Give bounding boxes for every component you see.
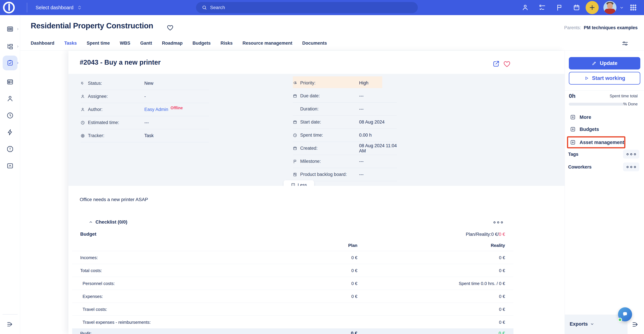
flag-icon[interactable] [556, 4, 563, 11]
flag-icon [293, 159, 297, 164]
row-reality-value: 0 € [499, 255, 505, 260]
chevron-down-icon [78, 8, 81, 10]
more-section-toggle[interactable]: More [570, 114, 591, 120]
tab-gantt[interactable]: Gantt [140, 40, 152, 46]
target-icon [80, 134, 85, 138]
field-value-assignee[interactable]: - [144, 94, 146, 99]
chevron-right-icon[interactable] [16, 27, 20, 31]
dashboard-selector[interactable]: Select dashboard [36, 0, 81, 15]
update-button[interactable]: Update [569, 57, 640, 70]
tab-resource-management[interactable]: Resource management [242, 40, 292, 46]
tab-roadmap[interactable]: Roadmap [162, 40, 182, 46]
chat-online-dot [618, 318, 622, 322]
calendar-icon[interactable] [573, 4, 580, 11]
dashboard-selector-label: Select dashboard [36, 5, 74, 10]
field-value-duration[interactable]: --- [359, 106, 364, 112]
tab-tasks[interactable]: Tasks [64, 40, 77, 46]
tab-documents[interactable]: Documents [302, 40, 327, 46]
favorite-task-heart-icon[interactable] [503, 60, 511, 68]
dashboard-selector-chevrons [78, 5, 81, 10]
task-header: #2043 - Buy a new printer [68, 51, 565, 74]
field-row-estimated-time: Estimated time: --- [80, 116, 209, 129]
field-value-created: 08 Aug 2024 11:04 AM [359, 143, 397, 154]
app-logo[interactable] [3, 2, 15, 14]
budgets-section-toggle[interactable]: Budgets [570, 126, 599, 132]
tab-dashboard[interactable]: Dashboard [31, 40, 54, 46]
checklist-toggle[interactable]: Checklist (0/0) [88, 219, 127, 225]
exports-dropdown[interactable]: Exports [570, 321, 594, 327]
field-label: Due date: [300, 93, 320, 98]
tasks-icon[interactable] [6, 59, 14, 67]
start-working-button[interactable]: Start working [569, 72, 640, 84]
percent-done-bar [569, 103, 624, 106]
releases-icon[interactable] [6, 162, 14, 170]
play-icon [584, 76, 589, 81]
field-value-estimated-time[interactable]: --- [144, 120, 149, 125]
chevron-down-icon[interactable] [620, 6, 624, 10]
field-row-duration: Duration: --- [293, 102, 397, 116]
parents-link[interactable]: PM techniques examples [584, 25, 638, 30]
search-input[interactable]: Search [196, 2, 418, 13]
field-value-product-backlog-board[interactable]: --- [359, 172, 364, 177]
field-value-milestone[interactable]: --- [359, 159, 364, 164]
field-row-start-date: Start date: 08 Aug 2024 [293, 116, 397, 129]
row-label: Total costs: [80, 268, 102, 273]
open-in-new-icon[interactable] [492, 60, 500, 68]
favorite-heart-icon[interactable] [166, 24, 174, 31]
field-row-milestone: Milestone: --- [293, 155, 397, 168]
view-settings-icon[interactable] [622, 40, 628, 47]
topbar: Select dashboard Search [0, 0, 644, 15]
project-header: Residential Property Construction Parent… [20, 15, 644, 51]
tab-risks[interactable]: Risks [220, 40, 232, 46]
row-plan-value: 0 € [351, 331, 358, 334]
field-value-priority[interactable]: High [359, 80, 368, 86]
topbar-divider [27, 3, 27, 12]
field-value-status[interactable]: New [144, 81, 153, 86]
quick-add-button[interactable] [586, 1, 599, 14]
pencil-icon [592, 61, 597, 66]
user-icon[interactable] [6, 95, 14, 102]
author-link[interactable]: Easy Admin [144, 107, 168, 112]
tab-wbs[interactable]: WBS [120, 40, 130, 46]
field-label: Duration: [300, 106, 319, 112]
chevron-right-icon[interactable] [16, 61, 20, 64]
alerts-icon[interactable] [6, 145, 14, 153]
field-value-start-date[interactable]: 08 Aug 2024 [359, 120, 384, 125]
dashboard-icon[interactable] [6, 25, 14, 33]
coworkers-label: Coworkers [568, 164, 592, 170]
quick-actions-icon[interactable] [6, 128, 14, 136]
field-value-spent-time[interactable]: 0.00 h [359, 132, 372, 138]
checklist-icon[interactable] [538, 4, 546, 11]
field-value-due-date[interactable]: --- [359, 93, 364, 98]
table-row-total-costs: Total costs: 0 € 0 € [72, 264, 514, 277]
coworkers-more-button[interactable] [623, 162, 639, 171]
field-value-tracker[interactable]: Task [144, 133, 154, 138]
tags-more-button[interactable] [623, 150, 639, 158]
board-icon [293, 172, 297, 177]
apps-grid-icon[interactable] [630, 4, 637, 11]
time-icon[interactable] [6, 112, 14, 119]
project-tree-icon[interactable] [6, 43, 14, 50]
tab-spent-time[interactable]: Spent time [87, 40, 110, 46]
more-label: More [580, 114, 591, 120]
collapse-panel-icon[interactable] [632, 320, 639, 328]
table-row-profit: Profit: 0 € 0 € [72, 328, 514, 334]
field-label: Start date: [300, 120, 321, 125]
column-header-plan: Plan [348, 243, 358, 248]
tab-budgets[interactable]: Budgets [192, 40, 210, 46]
author-status-badge: Offline [171, 106, 183, 110]
row-reality-value: 0 € [498, 331, 505, 334]
column-header-reality: Reality [491, 243, 505, 248]
row-plan-value: 0 € [351, 294, 358, 299]
checklist-more-button[interactable] [494, 222, 503, 224]
user-icon[interactable] [522, 4, 529, 11]
chevron-right-icon[interactable] [16, 45, 20, 48]
chat-widget-button[interactable] [618, 307, 632, 322]
field-label: Spent time: [300, 132, 323, 138]
row-reality-value: 0 € [499, 320, 505, 325]
news-icon[interactable] [6, 78, 14, 86]
avatar[interactable] [604, 1, 616, 14]
expand-sidebar-icon[interactable] [6, 320, 14, 328]
row-reality-value: 0 € [499, 268, 505, 273]
asset-management-section-toggle[interactable]: Asset management [570, 139, 624, 145]
